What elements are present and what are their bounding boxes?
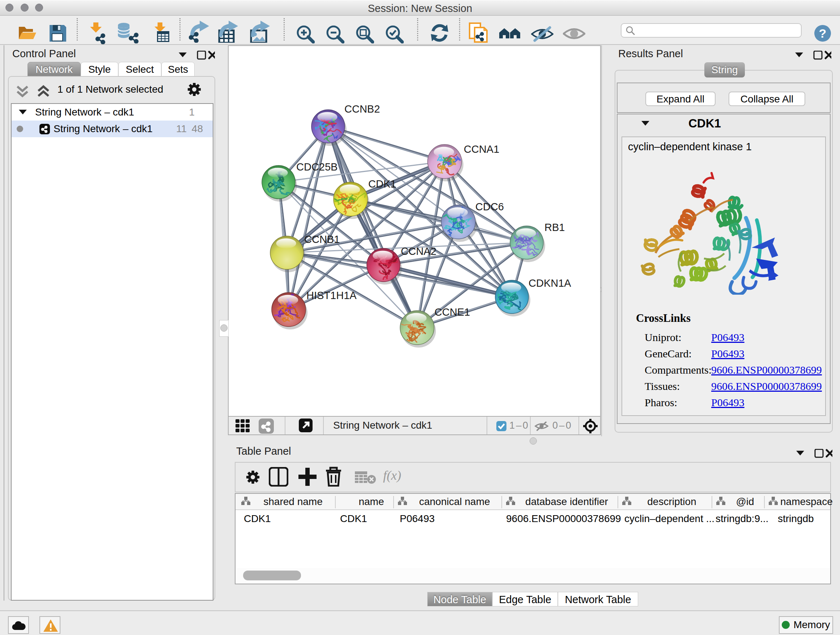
svg-text:CDC6: CDC6	[475, 201, 504, 212]
svg-text:CDK1: CDK1	[368, 178, 396, 190]
svg-text:CDC25B: CDC25B	[296, 161, 338, 173]
svg-text:HIST1H1A: HIST1H1A	[306, 290, 357, 301]
svg-text:RB1: RB1	[545, 222, 565, 233]
svg-text:CCNB2: CCNB2	[344, 103, 380, 115]
svg-text:CCNA2: CCNA2	[401, 245, 436, 257]
svg-text:?: ?	[819, 27, 827, 40]
svg-text:CCNE1: CCNE1	[434, 306, 470, 318]
svg-text:CDKN1A: CDKN1A	[529, 277, 571, 289]
svg-text:CCNA1: CCNA1	[464, 143, 499, 155]
svg-text:CCNB1: CCNB1	[304, 233, 340, 245]
